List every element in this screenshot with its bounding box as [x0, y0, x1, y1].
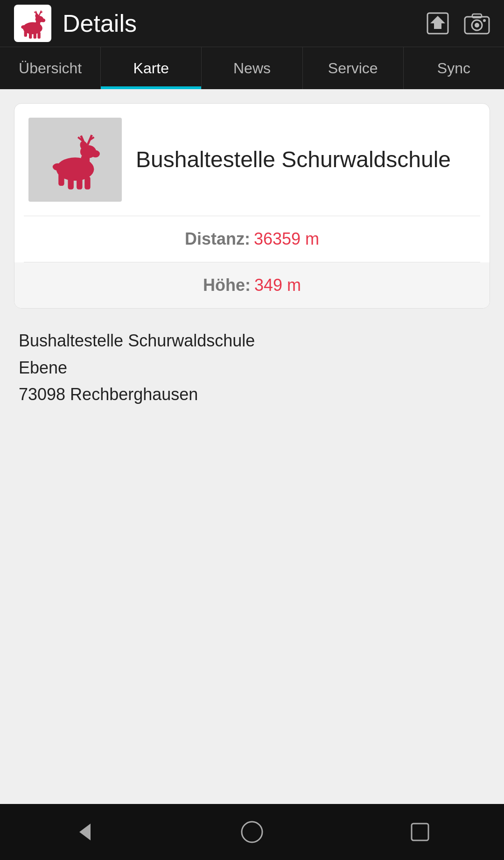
svg-point-24 — [91, 150, 100, 158]
card-logo — [28, 118, 122, 202]
address-line-1: Bushaltestelle Schurwaldschule — [19, 327, 485, 354]
svg-rect-9 — [29, 32, 32, 38]
svg-point-20 — [483, 19, 486, 22]
app-logo — [14, 5, 51, 42]
app-header: Details — [0, 0, 504, 47]
svg-point-34 — [53, 163, 63, 171]
home-button[interactable] — [240, 820, 264, 844]
svg-rect-32 — [84, 176, 90, 190]
back-icon — [72, 820, 96, 844]
distance-label: Distanz: — [185, 229, 250, 249]
svg-rect-12 — [24, 30, 27, 36]
height-value: 349 m — [254, 275, 301, 295]
address-block: Bushaltestelle Schurwaldschule Ebene 730… — [14, 327, 490, 408]
svg-point-3 — [41, 19, 46, 22]
navigation-button[interactable] — [426, 11, 450, 35]
svg-rect-11 — [37, 32, 40, 38]
tab-news[interactable]: News — [202, 47, 302, 89]
camera-icon — [464, 11, 490, 35]
svg-rect-10 — [34, 32, 36, 38]
svg-point-13 — [21, 25, 26, 29]
tab-bar: Übersicht Karte News Service Sync — [0, 47, 504, 89]
page-title: Details — [63, 9, 426, 37]
card-header: Bushaltestelle Schurwaldschule — [14, 104, 490, 216]
distance-value: 36359 m — [254, 229, 319, 249]
bottom-nav — [0, 804, 504, 860]
svg-rect-33 — [58, 173, 64, 186]
recent-button[interactable] — [408, 820, 432, 844]
address-line-3: 73098 Rechberghausen — [19, 381, 485, 408]
height-row: Höhe: 349 m — [14, 262, 490, 308]
tab-service[interactable]: Service — [303, 47, 404, 89]
navigation-icon — [426, 11, 450, 35]
svg-rect-31 — [77, 176, 82, 190]
tab-sync[interactable]: Sync — [404, 47, 504, 89]
svg-marker-35 — [79, 824, 91, 840]
card-title: Bushaltestelle Schurwaldschule — [136, 145, 451, 174]
svg-rect-30 — [68, 176, 73, 190]
height-label: Höhe: — [203, 275, 251, 295]
camera-button[interactable] — [464, 11, 490, 35]
svg-rect-37 — [412, 824, 428, 840]
tab-ubersicht[interactable]: Übersicht — [0, 47, 101, 89]
home-icon — [240, 820, 264, 844]
svg-rect-19 — [472, 14, 482, 18]
recent-icon — [408, 820, 432, 844]
address-line-2: Ebene — [19, 354, 485, 381]
distance-row: Distanz: 36359 m — [14, 216, 490, 262]
card-deer-icon — [38, 127, 112, 192]
header-actions — [426, 11, 490, 35]
svg-point-36 — [242, 822, 262, 842]
main-content: Bushaltestelle Schurwaldschule Distanz: … — [0, 89, 504, 804]
tab-karte[interactable]: Karte — [101, 47, 202, 89]
back-button[interactable] — [72, 820, 96, 844]
svg-marker-15 — [430, 16, 445, 29]
svg-point-18 — [475, 23, 479, 28]
detail-card: Bushaltestelle Schurwaldschule Distanz: … — [14, 103, 490, 309]
